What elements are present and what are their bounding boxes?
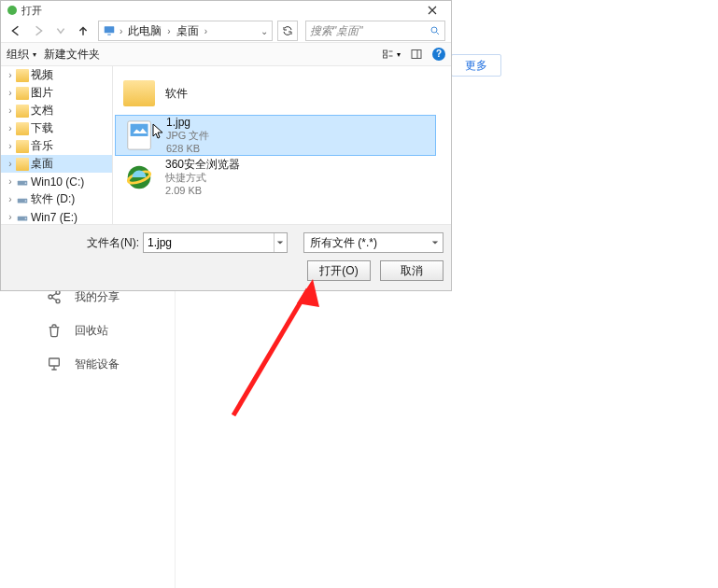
folder-icon	[16, 69, 29, 82]
chevron-right-icon: ›	[7, 107, 14, 115]
cancel-button[interactable]: 取消	[380, 260, 443, 281]
svg-rect-6	[107, 35, 111, 35]
search-field[interactable]	[310, 24, 428, 37]
back-button[interactable]	[7, 21, 25, 40]
chevron-down-icon[interactable]	[274, 233, 288, 252]
svg-point-4	[7, 6, 17, 15]
organize-label: 组织	[7, 47, 29, 63]
file-list[interactable]: 软件1.jpgJPG 文件628 KB360安全浏览器快捷方式2.09 KB	[113, 66, 451, 224]
chevron-down-icon[interactable]: ⌄	[259, 26, 270, 36]
dialog-title: 打开	[21, 4, 419, 18]
image-file-icon	[123, 119, 157, 152]
arrow-right-icon	[33, 25, 44, 36]
folder-icon	[16, 158, 29, 171]
file-item-text: 360安全浏览器快捷方式2.09 KB	[165, 158, 240, 197]
filename-label: 文件名(N):	[87, 235, 139, 251]
chevron-down-icon: ▾	[397, 50, 401, 59]
tree-item[interactable]: ›桌面	[1, 155, 112, 173]
view-icon	[380, 49, 396, 60]
folder-tree[interactable]: ›视频›图片›文档›下载›音乐›桌面›Win10 (C:)›软件 (D:)›Wi…	[1, 66, 113, 224]
tree-item[interactable]: ›图片	[1, 84, 112, 102]
trash-icon	[47, 323, 62, 338]
svg-point-16	[25, 217, 27, 219]
svg-point-2	[56, 300, 60, 303]
svg-rect-10	[412, 50, 421, 59]
sidebar-item-label: 我的分享	[75, 289, 120, 305]
new-folder-button[interactable]: 新建文件夹	[44, 47, 100, 63]
file-item-text: 1.jpgJPG 文件628 KB	[166, 116, 209, 155]
tree-item-label: 图片	[31, 85, 53, 101]
forward-button[interactable]	[29, 21, 48, 40]
recent-dropdown[interactable]	[51, 21, 70, 40]
chevron-right-icon: ›	[7, 214, 14, 221]
chevron-right-icon: ›	[7, 125, 14, 133]
tree-item-label: 音乐	[31, 138, 53, 154]
tree-item[interactable]: ›文档	[1, 102, 112, 119]
breadcrumb[interactable]: › 此电脑 › 桌面 › ⌄	[98, 21, 273, 41]
file-item-text: 软件	[165, 87, 188, 100]
svg-rect-18	[131, 124, 148, 136]
svg-rect-9	[384, 55, 387, 58]
drive-icon	[16, 193, 29, 206]
filetype-label: 所有文件 (*.*)	[304, 235, 428, 251]
breadcrumb-segment[interactable]: 此电脑	[124, 23, 165, 39]
chevron-right-icon: ›	[165, 26, 172, 36]
tree-item-label: 视频	[31, 67, 53, 83]
svg-rect-8	[384, 50, 387, 53]
preview-pane-toggle[interactable]	[406, 47, 427, 62]
file-type: 快捷方式	[165, 171, 240, 184]
help-button[interactable]: ?	[432, 48, 445, 61]
filetype-combo[interactable]: 所有文件 (*.*)	[303, 232, 443, 253]
file-name: 360安全浏览器	[165, 158, 240, 171]
open-dialog: 打开 › 此电脑 › 桌面 › ⌄ 组织 ▾ 新	[0, 0, 452, 291]
more-button[interactable]: 更多	[451, 54, 501, 77]
ie-shortcut-icon	[122, 161, 156, 194]
breadcrumb-segment[interactable]: 桌面	[173, 23, 203, 39]
chevron-right-icon: ›	[7, 178, 14, 186]
sidebar-item-smart[interactable]: 智能设备	[35, 347, 176, 381]
monitor-icon	[103, 24, 116, 37]
tree-item[interactable]: ›Win7 (E:)	[1, 208, 112, 224]
filename-combo[interactable]	[143, 232, 288, 253]
organize-menu[interactable]: 组织 ▾	[7, 47, 36, 63]
chevron-down-icon	[55, 25, 66, 36]
refresh-button[interactable]	[277, 21, 298, 41]
filename-input[interactable]	[144, 236, 274, 249]
svg-point-7	[431, 27, 437, 33]
chevron-right-icon: ›	[118, 26, 124, 36]
share-icon	[47, 289, 62, 304]
view-menu[interactable]: ▾	[380, 47, 401, 62]
open-button[interactable]: 打开(O)	[307, 260, 371, 281]
svg-rect-3	[49, 358, 60, 366]
chevron-right-icon: ›	[7, 161, 14, 168]
svg-rect-5	[105, 26, 115, 33]
up-button[interactable]	[74, 21, 92, 40]
tree-item-label: 文档	[31, 103, 53, 119]
tree-item[interactable]: ›软件 (D:)	[1, 190, 112, 208]
file-type: JPG 文件	[166, 129, 209, 142]
svg-point-14	[25, 200, 27, 202]
file-item[interactable]: 1.jpgJPG 文件628 KB	[115, 115, 436, 156]
tree-item[interactable]: ›下载	[1, 119, 112, 137]
chevron-right-icon: ›	[7, 196, 14, 203]
chevron-right-icon: ›	[203, 26, 209, 36]
file-size: 628 KB	[166, 142, 209, 155]
sidebar-item-recycle[interactable]: 回收站	[35, 314, 176, 347]
tree-item-label: 软件 (D:)	[31, 191, 75, 207]
folder-icon	[16, 105, 29, 118]
chevron-down-icon[interactable]	[428, 233, 443, 252]
tree-item[interactable]: ›音乐	[1, 137, 112, 155]
search-input[interactable]	[305, 21, 445, 41]
chevron-right-icon: ›	[7, 72, 14, 79]
folder-icon	[16, 140, 29, 153]
tree-item[interactable]: ›Win10 (C:)	[1, 173, 112, 190]
tree-item-label: Win10 (C:)	[31, 175, 84, 189]
file-item[interactable]: 360安全浏览器快捷方式2.09 KB	[115, 156, 436, 199]
tree-item-label: Win7 (E:)	[31, 211, 77, 224]
close-button[interactable]	[419, 2, 445, 19]
search-icon	[429, 25, 441, 36]
svg-point-1	[49, 295, 52, 299]
folder-icon	[16, 87, 29, 100]
tree-item[interactable]: ›视频	[1, 66, 112, 84]
file-item[interactable]: 软件	[115, 72, 436, 115]
